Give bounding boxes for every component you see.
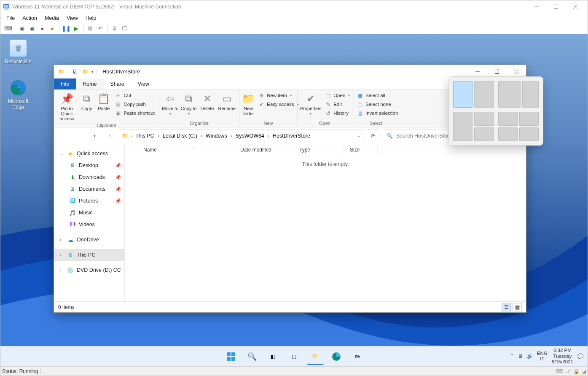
desktop-icon-edge[interactable]: Microsoft Edge (2, 79, 34, 110)
enhanced-session-icon[interactable]: 🖥 (110, 24, 118, 33)
tray-volume-icon[interactable]: 🔊 (527, 353, 533, 359)
properties-button[interactable]: ✔Properties▾ (300, 92, 321, 116)
vm-menu-view[interactable]: View (67, 15, 78, 21)
nav-documents[interactable]: 🗎Documents📌 (54, 183, 124, 195)
refresh-button[interactable]: ⟳ (367, 130, 379, 142)
col-date[interactable]: Date modified (234, 144, 293, 155)
history-button[interactable]: ↺History (323, 109, 352, 117)
vm-menu-action[interactable]: Action (22, 15, 37, 21)
navigation-pane: ⌄★Quick access 🖥Desktop📌 ⬇Downloads📌 🗎Do… (54, 144, 125, 301)
vm-close-button[interactable] (566, 0, 585, 13)
crumb-c[interactable]: Local Disk (C:) (161, 133, 199, 139)
search-button[interactable]: 🔍 (244, 348, 260, 365)
crumb-host[interactable]: HostDriverStore (271, 133, 312, 139)
tray-chevron-icon[interactable]: ˄ (511, 353, 513, 359)
shutdown-icon[interactable]: ● (38, 24, 46, 33)
stop-icon[interactable]: ◉ (28, 24, 36, 33)
widgets-button[interactable]: ◫ (286, 348, 303, 365)
breadcrumb[interactable]: 📁 › This PC› Local Disk (C:)› Windows› S… (119, 130, 363, 142)
language-indicator[interactable]: ENGIT (537, 351, 548, 362)
col-name[interactable]: Name˄ (137, 144, 234, 155)
vm-menu-file[interactable]: File (6, 15, 15, 21)
select-all-button[interactable]: ▦Select all (355, 92, 400, 99)
taskbar-store-button[interactable]: 🛍 (349, 348, 366, 365)
delete-button[interactable]: ✕Delete (199, 92, 216, 111)
taskbar-edge-button[interactable] (328, 348, 345, 365)
vm-app-icon (3, 3, 10, 10)
start-button[interactable] (223, 348, 239, 365)
checkpoint-icon[interactable]: 🗎 (86, 24, 94, 33)
svg-rect-14 (227, 357, 231, 361)
rename-button[interactable]: ▭Rename (217, 92, 236, 111)
copy-to-button[interactable]: ⧉Copy to▾ (180, 92, 197, 116)
pause-icon[interactable]: ❚❚ (62, 24, 70, 33)
taskview-button[interactable]: ◧ (265, 348, 282, 365)
crumb-windows[interactable]: Windows (204, 133, 229, 139)
resume-icon[interactable]: ▶ (72, 24, 81, 33)
cut-button[interactable]: ✂Cut (113, 92, 156, 99)
nav-this-pc[interactable]: ›🖥This PC (54, 249, 124, 261)
share-icon[interactable]: 🖵 (120, 24, 129, 33)
nav-dvd[interactable]: ›💿DVD Drive (D:) CC (54, 264, 124, 276)
desktop-icon-recycle-bin[interactable]: 🗑️ Recycle Bin (2, 39, 34, 65)
nav-pictures[interactable]: 🖼Pictures📌 (54, 195, 124, 207)
folder-icon[interactable]: 📁 (81, 68, 89, 76)
vm-menu-media[interactable]: Media (45, 15, 59, 21)
nav-videos[interactable]: 🎞Videos (54, 219, 124, 230)
revert-icon[interactable]: ↶ (96, 24, 105, 33)
crumb-this-pc[interactable]: This PC (134, 133, 156, 139)
nav-quick-access[interactable]: ⌄★Quick access (54, 148, 124, 160)
col-size[interactable]: Size (344, 144, 378, 155)
invert-selection-button[interactable]: ▥Invert selection (355, 109, 400, 117)
start-icon[interactable]: ◉ (18, 24, 26, 33)
rename-icon: ▭ (220, 92, 233, 105)
move-to-button[interactable]: ⇦Move to▾ (162, 92, 179, 116)
checkbox-icon[interactable]: ☑ (71, 68, 79, 76)
select-none-button[interactable]: ▢Select none (355, 100, 400, 108)
snap-option-3[interactable] (453, 112, 494, 141)
snap-option-2col-wide[interactable] (498, 81, 539, 108)
tab-share[interactable]: Share (104, 78, 131, 89)
snap-option-2col[interactable] (453, 81, 494, 108)
folder-icon: 📁 (312, 353, 318, 359)
new-item-button[interactable]: ✳New item▾ (256, 92, 301, 99)
tab-view[interactable]: View (131, 78, 156, 89)
system-clock[interactable]: 6:32 PMTuesday6/15/2021 (552, 348, 573, 365)
paste-shortcut-button[interactable]: ▣Paste shortcut (113, 109, 156, 117)
new-folder-button[interactable]: 📁New folder (242, 92, 255, 116)
open-button[interactable]: ▢Open▾ (323, 92, 352, 99)
snap-option-4[interactable] (498, 112, 539, 141)
col-type[interactable]: Type (293, 144, 344, 155)
chevron-down-icon[interactable]: ⌄ (357, 133, 360, 138)
nav-downloads[interactable]: ⬇Downloads📌 (54, 171, 124, 183)
tab-home[interactable]: Home (76, 78, 103, 89)
pin-quick-access-button[interactable]: 📌Pin to Quick access (56, 92, 77, 121)
save-state-icon[interactable]: ● (48, 24, 56, 33)
nav-history-button[interactable]: ▾ (89, 130, 100, 142)
vm-minimize-button[interactable] (527, 0, 546, 13)
taskbar-explorer-button[interactable]: 📁 (307, 348, 324, 365)
nav-desktop[interactable]: 🖥Desktop📌 (54, 160, 124, 171)
nav-up-button[interactable]: ↑ (104, 130, 115, 142)
icons-view-button[interactable]: ▦ (513, 303, 522, 311)
ctrl-alt-del-icon[interactable]: ⌨ (4, 24, 12, 33)
tab-file[interactable]: File (54, 78, 76, 89)
paste-button[interactable]: 📋Paste (96, 92, 112, 111)
copy-path-button[interactable]: ⎘Copy path (113, 100, 156, 108)
column-headers: Name˄ Date modified Type Size (125, 144, 526, 155)
nav-back-button[interactable]: ← (58, 130, 70, 142)
resize-grip-icon[interactable]: ◢ (582, 368, 586, 374)
vm-maximize-button[interactable] (546, 0, 566, 13)
nav-forward-button[interactable]: → (73, 130, 85, 142)
crumb-syswow[interactable]: SysWOW64 (234, 133, 266, 139)
tray-display-icon[interactable]: 🖥 (518, 354, 523, 359)
easy-access-button[interactable]: ✔Easy access▾ (256, 100, 301, 108)
vm-menu-help[interactable]: Help (86, 15, 97, 21)
notifications-icon[interactable]: 💬 (577, 353, 583, 359)
details-view-button[interactable]: ☰ (502, 303, 511, 311)
invert-icon: ▥ (357, 110, 363, 116)
copy-button[interactable]: ⧉Copy (79, 92, 94, 111)
edit-button[interactable]: ✎Edit (323, 100, 352, 108)
nav-onedrive[interactable]: ›☁OneDrive (54, 234, 124, 246)
nav-music[interactable]: 🎵Music (54, 207, 124, 219)
